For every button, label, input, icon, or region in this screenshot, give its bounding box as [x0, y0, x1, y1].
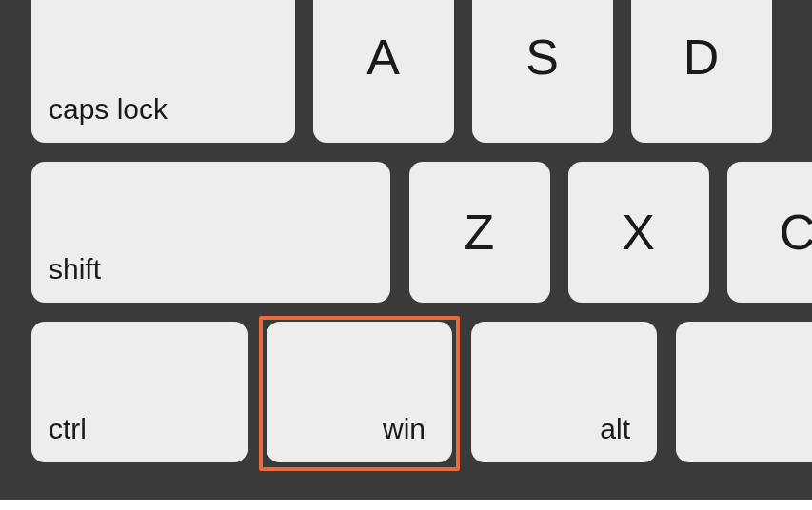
caps-lock-key[interactable]: caps lock	[31, 0, 295, 143]
key-label: C	[727, 204, 812, 261]
s-key[interactable]: S	[472, 0, 613, 143]
x-key[interactable]: X	[568, 162, 709, 303]
key-label: alt	[471, 413, 657, 462]
key-label: win	[267, 413, 452, 462]
key-label: Z	[409, 204, 550, 261]
ctrl-key[interactable]: ctrl	[31, 322, 248, 462]
key-label: ctrl	[31, 413, 87, 462]
page-edge	[0, 500, 812, 510]
keyboard: caps lock A S D shift Z X C ctrl win alt	[0, 0, 812, 510]
d-key[interactable]: D	[631, 0, 772, 143]
key-label: S	[472, 29, 613, 86]
z-key[interactable]: Z	[409, 162, 550, 303]
key-label: caps lock	[31, 93, 168, 143]
key-label: shift	[31, 253, 101, 303]
space-key[interactable]	[676, 322, 812, 462]
key-label: D	[631, 29, 772, 86]
alt-key[interactable]: alt	[471, 322, 657, 462]
win-key[interactable]: win	[267, 322, 452, 462]
key-label: A	[313, 29, 454, 86]
a-key[interactable]: A	[313, 0, 454, 143]
shift-key[interactable]: shift	[31, 162, 390, 303]
c-key[interactable]: C	[727, 162, 812, 303]
key-label: X	[568, 204, 709, 261]
